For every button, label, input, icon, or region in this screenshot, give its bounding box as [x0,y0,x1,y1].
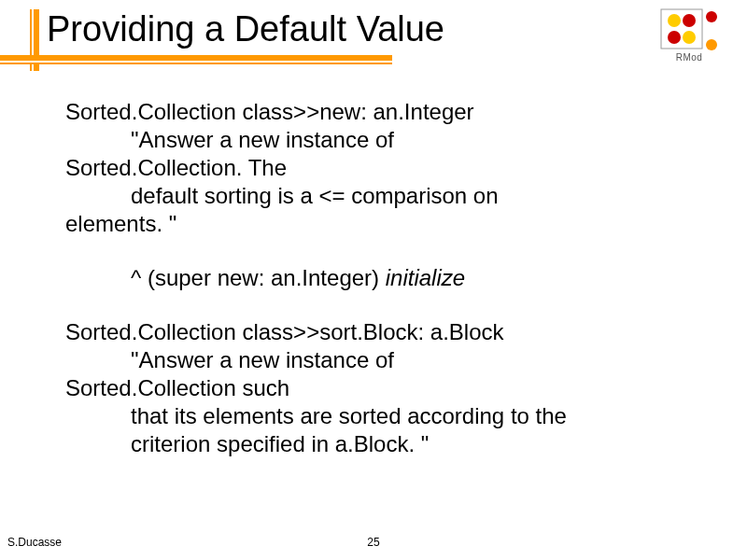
rmod-logo: RMod [659,7,719,65]
rmod-logo-icon [659,7,719,50]
code-para-2: ^ (super new: an.Integer) initialize [65,264,682,292]
svg-point-1 [668,14,681,27]
rmod-logo-label: RMod [659,52,719,63]
title-block: Providing a Default Value [0,9,747,64]
slide-body: Sorted.Collection class>>new: an.Integer… [65,98,682,458]
code-line: Sorted.Collection class>>new: an.Integer [65,98,682,126]
code-emphasis: initialize [386,265,465,290]
svg-point-3 [668,31,681,44]
code-para-3: Sorted.Collection class>>sort.Block: a.B… [65,318,682,458]
code-line: "Answer a new instance of [65,346,682,374]
code-line: "Answer a new instance of [65,126,682,154]
footer-author: S.Ducasse [7,536,62,549]
underline-thin [0,63,392,64]
svg-point-2 [683,14,696,27]
svg-point-5 [706,11,717,22]
code-text: ^ (super new: an.Integer) [131,265,386,290]
code-line: Sorted.Collection. The [65,154,682,182]
code-para-1: Sorted.Collection class>>new: an.Integer… [65,98,682,238]
code-line: Sorted.Collection class>>sort.Block: a.B… [65,318,682,346]
svg-rect-0 [661,9,702,49]
code-line: default sorting is a <= comparison on [65,182,682,210]
code-line: that its elements are sorted according t… [65,402,682,430]
title-underline [0,55,392,64]
page-number: 25 [367,536,379,549]
code-line: Sorted.Collection such [65,374,682,402]
svg-point-6 [706,39,717,50]
code-line: elements. " [65,210,682,238]
page-title: Providing a Default Value [0,9,747,55]
svg-point-4 [683,31,696,44]
code-line: criterion specified in a.Block. " [65,430,682,458]
slide: Providing a Default Value RMod Sorted.Co… [0,0,747,560]
